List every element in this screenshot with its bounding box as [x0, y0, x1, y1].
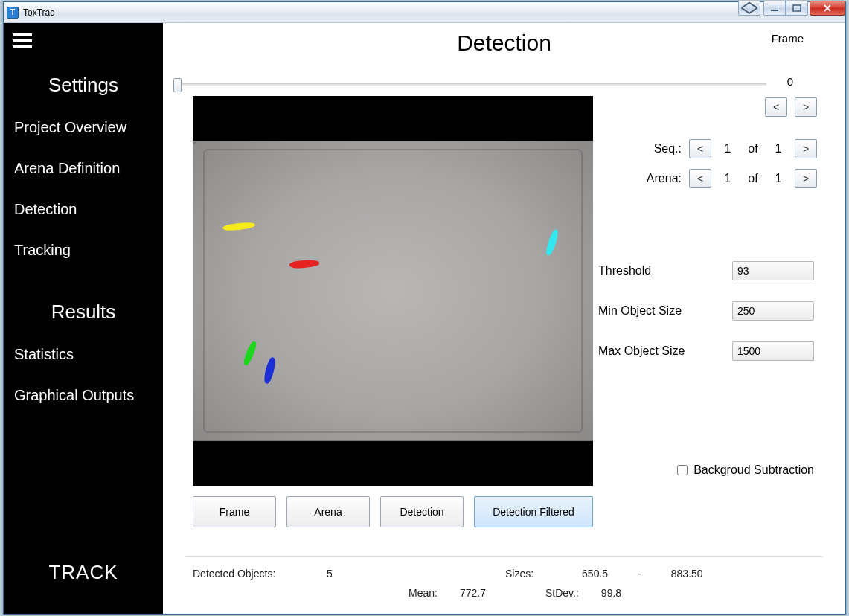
min-size-label: Min Object Size: [598, 304, 732, 318]
seq-prev-button[interactable]: <: [689, 139, 711, 158]
bg-subtraction-label: Backgroud Subtraction: [693, 463, 814, 477]
max-size-label: Max Object Size: [598, 344, 732, 358]
tab-detection-filtered[interactable]: Detection Filtered: [474, 496, 593, 527]
tab-arena[interactable]: Arena: [286, 496, 370, 527]
sidebar-item-arena-definition[interactable]: Arena Definition: [4, 148, 163, 189]
titlebar[interactable]: T ToxTrac: [4, 2, 845, 23]
arena-next-button[interactable]: >: [795, 169, 817, 188]
close-button[interactable]: [810, 1, 845, 16]
stdev-label: StDev.:: [545, 587, 579, 599]
view-tabs: Frame Arena Detection Detection Filtered: [193, 496, 593, 527]
arena-image: [193, 141, 593, 441]
app-window: T ToxTrac Settings Project Overview: [3, 1, 846, 615]
seq-label: Seq.:: [629, 142, 682, 155]
detected-objects-label: Detected Objects:: [193, 568, 297, 580]
maximize-button[interactable]: [786, 1, 808, 16]
detected-blob: [289, 260, 320, 269]
frame-next-button[interactable]: >: [795, 97, 817, 117]
seq-next-button[interactable]: >: [795, 139, 817, 158]
sidebar-item-graphical-outputs[interactable]: Graphical Outputs: [4, 375, 163, 416]
sidebar-section-settings: Settings: [4, 74, 163, 97]
detection-viewport: [193, 96, 593, 486]
parameter-panel: Threshold ▲▼ Min Object Size ▲▼ Max Obje…: [598, 261, 814, 361]
svg-rect-0: [771, 10, 778, 11]
detected-objects-value: 5: [327, 568, 371, 580]
track-button[interactable]: TRACK: [4, 539, 163, 614]
arena-of: of: [744, 172, 762, 185]
sidebar-item-project-overview[interactable]: Project Overview: [4, 107, 163, 148]
frame-prev-button[interactable]: <: [765, 97, 787, 117]
minimize-button[interactable]: [763, 1, 786, 16]
sizes-dash: -: [638, 568, 641, 580]
menu-icon[interactable]: [8, 28, 36, 53]
sizes-max: 883.50: [671, 568, 703, 580]
tab-frame[interactable]: Frame: [193, 496, 276, 527]
bg-subtraction-row[interactable]: Backgroud Subtraction: [677, 463, 814, 477]
sidebar-item-tracking[interactable]: Tracking: [4, 230, 163, 271]
threshold-spinner[interactable]: ▲▼: [732, 261, 814, 280]
app-icon: T: [7, 7, 19, 19]
slider-thumb[interactable]: [173, 78, 182, 92]
threshold-input[interactable]: [733, 262, 814, 280]
arena-prev-button[interactable]: <: [689, 169, 711, 188]
min-size-input[interactable]: [733, 302, 814, 320]
window-drag-handle-icon[interactable]: [738, 1, 760, 16]
page-title: Detection: [163, 31, 845, 56]
arena-label: Arena:: [629, 172, 682, 185]
stdev-value: 99.8: [601, 587, 621, 599]
window-title: ToxTrac: [23, 7, 54, 18]
min-size-spinner[interactable]: ▲▼: [732, 301, 814, 321]
frame-value: 0: [787, 75, 793, 88]
bg-subtraction-checkbox[interactable]: [677, 465, 688, 475]
mean-label: Mean:: [409, 587, 438, 599]
svg-rect-1: [793, 5, 801, 11]
seq-total: 1: [769, 142, 787, 155]
detected-blob: [545, 228, 560, 256]
seq-of: of: [744, 142, 762, 155]
mean-value: 772.7: [460, 587, 486, 599]
max-size-input[interactable]: [733, 342, 814, 360]
arena-total: 1: [769, 172, 787, 185]
main-panel: Detection Frame 0 < > Seq.: < 1 of 1 > A…: [163, 23, 845, 614]
seq-current: 1: [719, 142, 737, 155]
status-bar: Detected Objects: 5 Sizes: 650.5 - 883.5…: [185, 556, 823, 606]
sizes-min: 650.5: [563, 568, 608, 580]
sidebar-item-detection[interactable]: Detection: [4, 189, 163, 230]
arena-current: 1: [719, 172, 737, 185]
frame-label: Frame: [772, 32, 804, 45]
frame-slider[interactable]: [173, 78, 766, 90]
detected-blob: [263, 356, 277, 385]
sidebar-section-results: Results: [4, 301, 163, 324]
detected-blob: [242, 340, 258, 366]
detected-blob: [222, 222, 256, 232]
sidebar: Settings Project Overview Arena Definiti…: [4, 23, 163, 614]
tab-detection[interactable]: Detection: [380, 496, 464, 527]
threshold-label: Threshold: [598, 264, 732, 277]
sidebar-item-statistics[interactable]: Statistics: [4, 334, 163, 375]
sizes-label: Sizes:: [505, 568, 534, 580]
max-size-spinner[interactable]: ▲▼: [732, 341, 814, 361]
